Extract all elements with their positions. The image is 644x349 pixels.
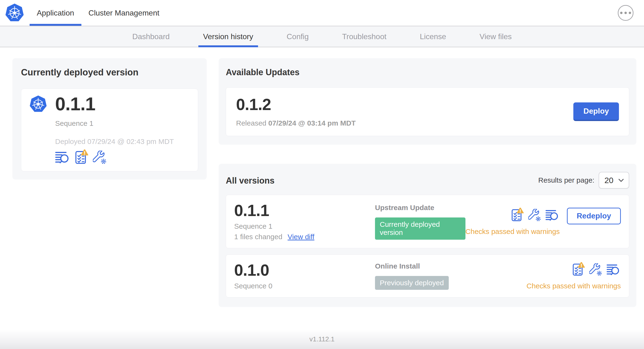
available-update-info: 0.1.2 Released 07/29/24 @ 03:14 pm MDT: [236, 96, 356, 127]
app-root: Application Cluster Management Dashboard…: [0, 0, 644, 349]
all-versions-title: All versions: [226, 176, 274, 186]
version-source: Upstream Update: [375, 204, 466, 212]
page-footer: v1.112.1: [0, 330, 644, 349]
subnav-tab-license[interactable]: License: [415, 26, 451, 47]
release-notes-icon[interactable]: [55, 151, 70, 164]
version-sequence: Sequence 1: [234, 222, 375, 230]
tab-cluster-management[interactable]: Cluster Management: [82, 0, 166, 26]
version-action-icons: [511, 208, 560, 222]
ellipsis-icon: [620, 12, 622, 14]
version-row-info: 0.1.1 Sequence 1 1 files changed View di…: [234, 202, 375, 241]
status-badge: Previously deployed: [375, 276, 449, 290]
console-version: v1.112.1: [309, 336, 334, 343]
version-number: 0.1.1: [234, 202, 375, 218]
version-row-status: Upstream Update Currently deployed versi…: [375, 204, 466, 240]
ellipsis-menu-button[interactable]: [618, 5, 634, 21]
version-row: 0.1.1 Sequence 1 1 files changed View di…: [226, 195, 629, 248]
version-sequence: Sequence 0: [234, 282, 375, 290]
status-badge: Currently deployed version: [375, 218, 466, 240]
top-nav: Application Cluster Management: [0, 0, 644, 26]
app-tabs: Application Cluster Management: [30, 0, 166, 26]
deploy-button[interactable]: Deploy: [573, 102, 619, 121]
preflight-checks-warning-icon[interactable]: [75, 150, 88, 164]
main-content: Currently deployed version: [0, 47, 644, 330]
config-icon[interactable]: [93, 151, 107, 164]
version-row-status: Online Install Previously deployed: [375, 262, 526, 290]
view-diff-link[interactable]: View diff: [288, 233, 314, 241]
current-version-title: Currently deployed version: [21, 67, 198, 78]
all-versions-header: All versions Results per page: 20: [226, 172, 629, 188]
checks-status-text: Checks passed with warnings: [466, 228, 560, 236]
version-row-actions: Checks passed with warnings: [526, 262, 621, 290]
version-row-actions: Checks passed with warnings Redeploy: [466, 208, 621, 236]
available-update-version: 0.1.2: [236, 96, 356, 112]
subnav-tab-config[interactable]: Config: [282, 26, 314, 47]
current-version-sequence: Sequence 1: [55, 119, 174, 128]
tab-application[interactable]: Application: [30, 0, 82, 26]
current-version-deployed-date: Deployed 07/29/24 @ 02:43 pm MDT: [55, 138, 174, 146]
current-version-number: 0.1.1: [55, 94, 174, 113]
all-versions-card: All versions Results per page: 20: [219, 164, 636, 307]
page-subnav: Dashboard Version history Config Trouble…: [0, 26, 644, 47]
release-notes-icon[interactable]: [606, 264, 621, 276]
version-row: 0.1.0 Sequence 0 Online Install Previous…: [226, 254, 629, 298]
app-kubernetes-icon: [29, 95, 48, 113]
release-notes-icon[interactable]: [546, 209, 560, 222]
current-version-info: 0.1.1 Sequence 1 Deployed 07/29/24 @ 02:…: [55, 94, 174, 164]
current-version-card: Currently deployed version: [12, 58, 207, 180]
results-per-page: Results per page: 20: [538, 172, 629, 188]
kubernetes-logo-icon: [4, 3, 25, 23]
tab-application-label: Application: [37, 8, 74, 18]
subnav-tab-version-history[interactable]: Version history: [198, 26, 258, 47]
current-version-action-icons: [55, 150, 174, 164]
current-version-inner-card: 0.1.1 Sequence 1 Deployed 07/29/24 @ 02:…: [21, 88, 198, 172]
subnav-tab-troubleshoot[interactable]: Troubleshoot: [337, 26, 391, 47]
preflight-checks-warning-icon[interactable]: [572, 262, 585, 276]
results-per-page-label: Results per page:: [538, 176, 594, 184]
redeploy-button[interactable]: Redeploy: [567, 208, 621, 224]
subnav-tab-view-files[interactable]: View files: [475, 26, 516, 47]
available-update-released: Released 07/29/24 @ 03:14 pm MDT: [236, 119, 356, 127]
version-number: 0.1.0: [234, 262, 375, 278]
chevron-down-icon: [618, 178, 624, 182]
version-files-changed: 1 files changed View diff: [234, 233, 375, 241]
version-source: Online Install: [375, 262, 526, 270]
version-action-icons: [572, 262, 621, 276]
version-row-info: 0.1.0 Sequence 0: [234, 262, 375, 290]
available-updates-card: Available Updates 0.1.2 Released 07/29/2…: [219, 58, 636, 145]
available-updates-title: Available Updates: [226, 67, 629, 77]
preflight-checks-warning-icon[interactable]: [511, 208, 524, 222]
available-update-row: 0.1.2 Released 07/29/24 @ 03:14 pm MDT D…: [226, 87, 629, 136]
config-icon[interactable]: [528, 209, 541, 222]
results-per-page-select[interactable]: 20: [599, 172, 629, 188]
tab-cluster-management-label: Cluster Management: [88, 8, 160, 18]
subnav-tab-dashboard[interactable]: Dashboard: [128, 26, 174, 47]
right-column: Available Updates 0.1.2 Released 07/29/2…: [219, 58, 636, 307]
config-icon[interactable]: [589, 263, 602, 276]
checks-status-text: Checks passed with warnings: [526, 282, 621, 290]
